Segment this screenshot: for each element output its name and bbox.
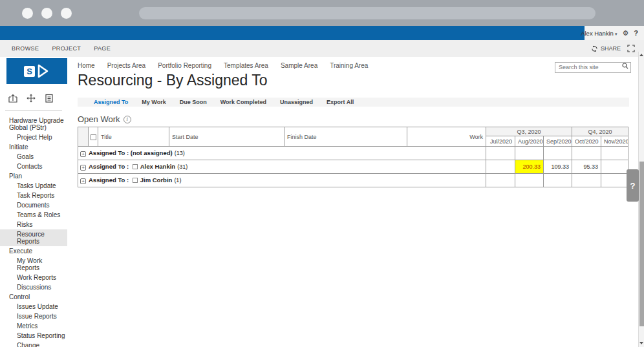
- search-box: [555, 60, 631, 73]
- sidebar-item[interactable]: Initiate: [0, 142, 67, 152]
- group-prefix: Assigned To :: [89, 176, 131, 184]
- view-tab-export-all[interactable]: Export All: [327, 99, 354, 105]
- item-count: (13): [175, 150, 185, 156]
- sidebar-item[interactable]: Work Reports: [0, 273, 67, 282]
- select-all-header: [89, 127, 98, 147]
- group-cell: +Assigned To : (not assigned)(13): [78, 147, 486, 160]
- sidebar-item[interactable]: Tasks Update: [0, 181, 67, 191]
- sidebar-item[interactable]: Issue Reports: [0, 311, 67, 321]
- move-icon[interactable]: [26, 93, 36, 103]
- top-nav-link[interactable]: Training Area: [330, 62, 368, 69]
- sidebar-item[interactable]: Control: [0, 292, 67, 302]
- scrollbar-up-icon[interactable]: [639, 54, 643, 56]
- view-tab-work-completed[interactable]: Work Completed: [220, 99, 266, 105]
- work-value-cell: [572, 147, 601, 160]
- work-value-cell: [486, 147, 515, 160]
- sidebar-item[interactable]: Issues Update: [0, 302, 67, 311]
- view-tab-due-soon[interactable]: Due Soon: [180, 99, 207, 105]
- view-tab-assigned-to[interactable]: Assigned To: [94, 99, 128, 105]
- sidebar-item[interactable]: Documents: [0, 200, 67, 210]
- month-header[interactable]: Nov/2020: [601, 136, 628, 147]
- top-nav-link[interactable]: Home: [78, 62, 95, 69]
- top-nav-link[interactable]: Templates Area: [224, 62, 268, 69]
- ribbon-tab-project[interactable]: PROJECT: [52, 45, 81, 52]
- window-maximize-button[interactable]: [61, 8, 72, 19]
- sidebar-item[interactable]: Risks: [0, 220, 67, 229]
- work-value-cell: [486, 174, 515, 187]
- expand-icon[interactable]: +: [80, 165, 86, 171]
- user-menu[interactable]: Alex Hankin▾: [581, 30, 617, 37]
- vertical-scrollbar[interactable]: [638, 52, 644, 347]
- sidebar-item[interactable]: Goals: [0, 152, 67, 162]
- row-checkbox[interactable]: [133, 178, 138, 183]
- top-nav-link[interactable]: Sample Area: [281, 62, 317, 69]
- column-header-finish-date[interactable]: Finish Date: [284, 127, 407, 147]
- window-close-button[interactable]: [22, 8, 33, 19]
- sidebar-item[interactable]: My Work Reports: [0, 256, 67, 273]
- page-body: S Hardware Upgrade Global (PStr)Project …: [0, 57, 644, 347]
- sidebar-item[interactable]: Task Reports: [0, 191, 67, 200]
- section-title: Open Work: [78, 114, 120, 124]
- sidebar-item[interactable]: Project Help: [0, 132, 67, 142]
- notebook-icon[interactable]: [44, 93, 54, 103]
- search-input[interactable]: [555, 62, 631, 73]
- help-tab[interactable]: ?: [627, 169, 639, 202]
- sidebar-item[interactable]: Contacts: [0, 162, 67, 171]
- window-minimize-button[interactable]: [41, 8, 52, 19]
- sidebar-item[interactable]: Metrics: [0, 321, 67, 331]
- month-header[interactable]: Oct/2020: [572, 136, 601, 147]
- work-value-cell: 95.33: [572, 160, 601, 174]
- month-header[interactable]: Sep/2020: [544, 136, 572, 147]
- sidebar-item[interactable]: Discussions: [0, 282, 67, 292]
- search-icon[interactable]: [622, 63, 628, 69]
- work-value-cell: [572, 174, 601, 187]
- sidebar-item[interactable]: Teams & Roles: [0, 210, 67, 220]
- suite-bar: Alex Hankin▾ ⚙ ?: [0, 26, 644, 40]
- top-nav-link[interactable]: Projects Area: [107, 62, 145, 69]
- scrollbar-down-icon[interactable]: [639, 342, 643, 344]
- share-label: SHARE: [601, 45, 621, 52]
- work-value-cell: [601, 174, 628, 187]
- table-row: +Assigned To : Jim Corbin(1): [78, 174, 628, 187]
- top-nav-link[interactable]: Portfolio Reporting: [158, 62, 211, 69]
- sidebar-item[interactable]: Status Reporting: [0, 331, 67, 341]
- assignee-name[interactable]: Jim Corbin: [140, 176, 173, 184]
- view-tab-unassigned[interactable]: Unassigned: [280, 99, 313, 105]
- chevron-down-icon: ▾: [615, 32, 617, 36]
- sidebar-item[interactable]: Plan: [0, 171, 67, 181]
- sidebar-item[interactable]: Change Requests: [0, 341, 67, 347]
- column-header-work[interactable]: Work: [407, 127, 486, 147]
- row-selector-header: [78, 127, 89, 147]
- help-icon[interactable]: ?: [634, 29, 638, 37]
- sidebar-item[interactable]: Resource Reports: [0, 229, 67, 246]
- gear-icon[interactable]: ⚙: [622, 30, 628, 37]
- month-header[interactable]: Jul/2020: [486, 136, 515, 147]
- focus-content-icon[interactable]: [627, 45, 635, 52]
- assignee-name[interactable]: (not assigned): [131, 149, 173, 156]
- view-tab-my-work[interactable]: My Work: [142, 99, 166, 105]
- info-icon[interactable]: i: [123, 116, 131, 123]
- work-value-cell: [601, 147, 628, 160]
- promote-icon[interactable]: [8, 93, 18, 103]
- expand-icon[interactable]: +: [80, 151, 86, 157]
- column-header-title[interactable]: Title: [98, 127, 169, 147]
- table-row: +Assigned To : Alex Hankin(31)200.33109.…: [78, 160, 628, 174]
- select-all-checkbox[interactable]: [91, 134, 96, 140]
- ribbon-tab-browse[interactable]: BROWSE: [12, 45, 39, 52]
- ribbon-tab-page[interactable]: PAGE: [94, 45, 111, 52]
- sidebar-item[interactable]: Execute: [0, 246, 67, 256]
- work-value-cell: [515, 174, 544, 187]
- share-button[interactable]: SHARE: [591, 45, 621, 52]
- sidebar-item[interactable]: Hardware Upgrade Global (PStr): [0, 116, 67, 132]
- column-header-start-date[interactable]: Start Date: [169, 127, 284, 147]
- sharepoint-logo[interactable]: S: [6, 58, 67, 84]
- main-content: HomeProjects AreaPortfolio ReportingTemp…: [67, 57, 644, 347]
- expand-icon[interactable]: +: [80, 178, 86, 184]
- month-header[interactable]: Aug/2020: [515, 136, 544, 147]
- assignee-name[interactable]: Alex Hankin: [140, 163, 175, 170]
- scrollbar-thumb[interactable]: [639, 162, 644, 326]
- work-value-cell: [486, 160, 515, 174]
- section-header: Open Work i: [78, 114, 644, 124]
- row-checkbox[interactable]: [133, 164, 138, 169]
- address-bar[interactable]: [139, 7, 596, 19]
